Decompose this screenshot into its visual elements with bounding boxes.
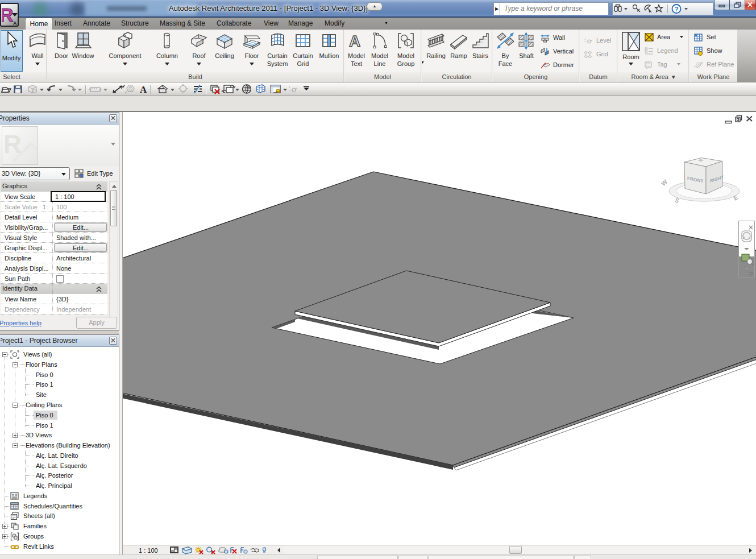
- svg-text:1: 1: [289, 85, 290, 89]
- svg-text:W: W: [661, 178, 669, 187]
- svg-text:1: 1: [130, 87, 132, 91]
- svg-text:1: 1: [584, 37, 586, 40]
- svg-text:A: A: [349, 32, 360, 50]
- svg-text:A: A: [140, 84, 147, 95]
- svg-text:S: S: [674, 196, 680, 204]
- svg-text:?: ?: [675, 6, 679, 13]
- svg-text:E: E: [732, 194, 739, 202]
